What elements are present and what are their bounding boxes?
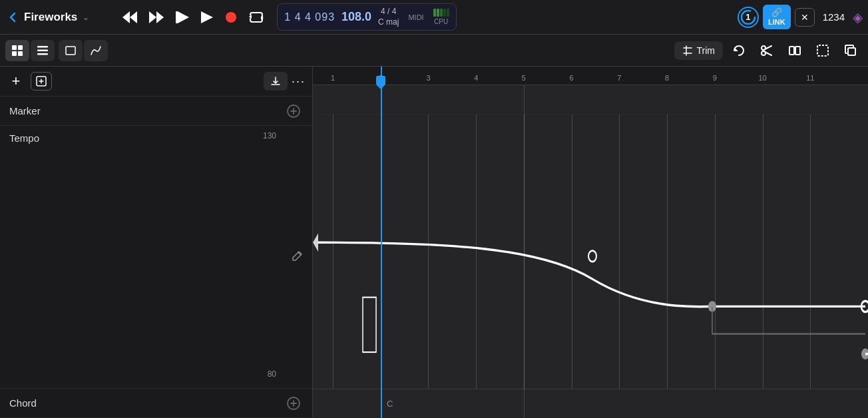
svg-rect-17 [37,53,48,55]
resize-button[interactable] [783,40,807,61]
ruler: 1 2 3 4 5 6 7 8 9 10 11 [313,67,868,85]
loop-button[interactable] [244,7,269,27]
skip-back-button[interactable] [170,7,194,27]
close-button[interactable]: ✕ [795,8,815,27]
tempo-display: 108.0 [341,10,371,24]
midi-label: MIDI [405,12,426,23]
ruler-mark-7: 7 [617,74,621,82]
project-name: Fireworks [24,11,77,24]
play-button[interactable] [196,7,218,27]
svg-marker-2 [149,11,156,23]
cpu-label: CPU [434,18,448,25]
list-view-button[interactable] [31,40,55,61]
cpu-bars [433,9,449,17]
svg-rect-14 [18,51,23,56]
toolbar: Trim [0,35,868,67]
ruler-mark-10: 10 [758,74,766,82]
more-icon: ··· [292,75,306,88]
trim-button[interactable]: Trim [674,41,723,60]
ruler-mark-1: 1 [331,74,335,82]
svg-rect-13 [12,51,17,56]
vertical-indicator-bar5 [524,85,525,418]
time-signature: 4 / 4 [381,7,396,17]
fast-forward-button[interactable] [144,7,169,27]
tempo-track-area: Tempo 130 80 [0,126,312,389]
scissors-button[interactable] [755,40,779,61]
cycle-button[interactable]: 1 [738,7,759,28]
cpu-bar-4 [443,9,446,17]
select-button[interactable] [811,40,835,61]
svg-point-32 [588,251,596,262]
chord-marker-c: C [387,399,393,409]
header-bar: Fireworks ⌄ [0,0,868,35]
cpu-bar-5 [447,9,449,17]
cpu-bar-3 [440,9,443,17]
rectangle-tool-button[interactable] [59,40,83,61]
tempo-curve [313,114,868,389]
svg-marker-1 [122,11,130,23]
svg-point-7 [226,12,236,23]
add-icon: + [12,73,21,90]
sidebar-toolbar: + ··· [0,67,312,97]
svg-point-20 [761,46,765,50]
ruler-mark-11: 11 [806,74,814,82]
chord-add-button[interactable] [284,394,303,413]
svg-rect-25 [848,48,855,55]
ruler-mark-5: 5 [522,74,526,82]
more-button[interactable]: ··· [292,72,306,91]
undo-button[interactable] [727,40,751,61]
svg-rect-12 [18,45,23,50]
ruler-mark-2: 2 [379,74,383,82]
cpu-meter: CPU [433,9,449,25]
svg-rect-16 [37,49,48,51]
ruler-mark-8: 8 [665,74,669,82]
lcd-display: 1 4 4 093 108.0 4 / 4 C maj MIDI CPU [277,3,456,31]
ruler-mark-4: 4 [474,74,478,82]
trim-label: Trim [697,45,715,56]
grid-view-button[interactable] [5,40,29,61]
sidebar-right-buttons: ··· [264,72,306,91]
rewind-button[interactable] [117,7,142,27]
copy-button[interactable] [839,40,863,61]
cpu-bar-1 [433,9,436,17]
svg-marker-31 [313,234,318,252]
add-button[interactable]: + [7,72,25,91]
timesig-key-display: 4 / 4 C maj [378,7,399,27]
svg-marker-0 [130,11,137,23]
ruler-mark-3: 3 [426,74,430,82]
timeline-area[interactable]: 1 2 3 4 5 6 7 8 9 10 11 [313,67,868,418]
svg-marker-5 [178,11,189,23]
tempo-high-label: 130 [263,131,276,140]
record-button[interactable] [220,7,242,27]
add-track-button[interactable] [31,72,52,91]
download-button[interactable] [264,72,288,91]
marker-row [313,85,868,114]
tempo-track-name: Tempo [9,132,39,144]
mode-tools [59,40,108,61]
close-icon: ✕ [801,12,809,23]
count-display: 1234 [819,10,849,24]
marker-add-button[interactable] [284,102,303,120]
pencil-button[interactable] [292,250,303,264]
svg-rect-15 [37,46,48,48]
svg-rect-4 [176,11,178,23]
path-tool-button[interactable] [84,40,108,61]
cycle-label: 1 [746,12,750,22]
right-controls: 1 🔗 LINK ✕ 1234 ◈ [738,5,863,29]
link-label: LINK [768,18,785,27]
ruler-mark-6: 6 [570,74,574,82]
key-display: C maj [378,17,399,28]
edit-tools: Trim [674,40,863,61]
project-dropdown-icon[interactable]: ⌄ [83,13,89,22]
tempo-low-label: 80 [268,369,276,379]
position-display: 1 4 4 093 [284,11,335,23]
svg-marker-6 [201,11,213,23]
svg-rect-18 [66,47,75,55]
svg-point-21 [761,51,765,55]
link-icon: 🔗 [771,7,782,18]
cpu-bar-2 [437,9,439,17]
chord-track-row: Chord [0,389,312,418]
link-button[interactable]: 🔗 LINK [763,5,791,29]
view-tools [5,40,55,61]
back-button[interactable] [5,9,20,25]
